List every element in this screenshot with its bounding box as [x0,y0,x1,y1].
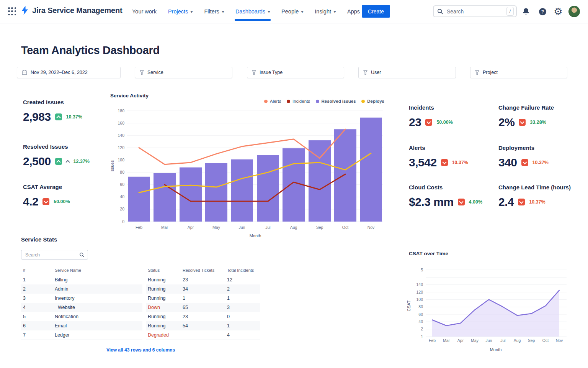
nav-item-projects[interactable]: Projects▾ [168,8,193,15]
cell-total: 2 [227,284,230,294]
service-stats-title: Service Stats [21,236,57,243]
filter-user[interactable]: User [358,67,456,78]
trend-down-badge-icon [458,199,465,205]
table-row-website[interactable]: 4Website [21,303,142,312]
table-header-row: StatusResolved TicketsTotal Incidents [146,267,260,275]
table-row-billing[interactable]: 1Billing [21,275,142,284]
filter-project[interactable]: Project [470,67,567,78]
bar-may[interactable] [205,163,227,222]
y-tick-label: 120 [118,145,124,150]
table-row-ledger[interactable]: Degraded4 [146,330,260,340]
table-search[interactable] [21,250,88,260]
table-row-notification[interactable]: Running230 [146,312,260,321]
nav-item-your-work[interactable]: Your work [132,8,157,15]
column-header-service-name[interactable]: Service Name [55,268,81,273]
help-icon[interactable]: ? [538,7,547,16]
table-row-website[interactable]: Down653 [146,303,260,312]
user-avatar[interactable] [568,6,580,17]
jira-logo[interactable]: Jira Service Management [21,6,122,15]
column-header-total-incidents[interactable]: Total Incidents [227,268,254,273]
x-tick-label: May [212,225,220,230]
trend-down-badge-icon [519,119,526,126]
page-title: Team Analytics Dashboard [21,44,160,57]
view-all-link[interactable]: View all 43 rows and 6 columns [21,347,260,353]
search-icon [437,8,443,15]
global-search[interactable]: / [433,5,517,17]
cell-total: 1 [227,321,230,330]
table-search-input[interactable] [24,252,77,258]
bar-jun[interactable] [231,159,253,222]
nav-item-dashboards[interactable]: Dashboards▾ [235,8,270,15]
cell-status: Running [148,294,166,303]
cell-total: 0 [227,312,230,321]
kpi-created-issues: Created Issues2,98310.37% [23,99,82,123]
table-row-admin[interactable]: 2Admin [21,284,142,294]
bar-feb[interactable] [128,177,150,222]
nav-item-insight[interactable]: Insight▾ [315,8,336,15]
cell-num: 1 [23,275,26,284]
x-tick-label: Oct [542,338,549,343]
column-header-resolved-tickets[interactable]: Resolved Tickets [183,268,214,273]
trend-down-badge-icon [441,159,448,166]
kpi-value: 3,542 [409,156,437,169]
kpi-percent: 12.37% [74,159,90,164]
table-row-inventory[interactable]: 3Inventory [21,294,142,303]
cell-total: 3 [227,303,230,312]
kpi-label: Cloud Costs [409,184,482,191]
bar-oct[interactable] [334,129,356,222]
notifications-bell-icon[interactable] [521,7,531,16]
x-tick-label: Aug [290,225,297,230]
cell-num: 6 [23,321,26,330]
bar-apr[interactable] [180,168,202,222]
kpi-label: Deployments [498,145,549,151]
kpi-value: 4.2 [23,195,38,208]
filter-issue-type[interactable]: Issue Type [247,67,344,78]
settings-gear-icon[interactable]: ⚙ [554,7,563,16]
kpi-csat-average: CSAT Average4.250.00% [23,184,70,208]
chevron-down-icon: ▾ [222,10,224,14]
table-row-inventory[interactable]: Running11 [146,294,260,303]
nav-item-filters[interactable]: Filters▾ [204,8,224,15]
table-row-ledger[interactable]: 7Ledger [21,330,142,340]
table-row-admin[interactable]: Running342 [146,284,260,294]
kpi-percent: 10.37% [532,160,549,165]
table-header-row: #Service Name [21,267,142,275]
cell-resolved: 1 [183,294,185,303]
column-header-status[interactable]: Status [148,268,160,273]
kpi-percent: 4.00% [469,199,482,205]
filter-label: Issue Type [260,70,283,75]
x-tick-label: Nov [556,338,563,343]
cell-status: Running [148,284,166,294]
table-row-notification[interactable]: 5Notification [21,312,142,321]
y-tick-label: 60 [418,312,423,317]
y-axis-title: Issues [110,160,114,172]
table-row-email[interactable]: Running541 [146,321,260,330]
search-input[interactable] [446,8,504,15]
app-name: Jira Service Management [32,6,122,15]
table-row-email[interactable]: 6Email [21,321,142,330]
y-tick-label: 100 [118,158,124,162]
cell-resolved: 34 [183,284,188,294]
x-tick-label: Aug [514,338,521,343]
y-tick-label: 40 [418,319,423,324]
cell-total: 1 [227,294,230,303]
kpi-change-lead-time-hours: Change Lead Time (hours)2.410.37% [498,184,571,209]
bar-jul[interactable] [257,155,279,222]
y-tick-label: 40 [120,194,124,199]
kpi-percent: 10.37% [452,160,468,165]
kpi-value: 2.4 [498,196,514,209]
cell-status: Down [148,303,160,312]
calendar-icon [22,70,27,75]
bar-mar[interactable] [154,173,176,222]
filter-nov-29-2022-dec-6-2022[interactable]: Nov 29, 2022–Dec 6, 2022 [17,67,121,78]
cell-name: Notification [55,312,78,321]
x-tick-label: Jul [265,225,270,230]
filter-service[interactable]: Service [135,67,232,78]
nav-item-people[interactable]: People▾ [281,8,303,15]
create-button[interactable]: Create [362,5,390,18]
column-header-[interactable]: # [23,268,25,273]
bar-nov[interactable] [360,118,382,222]
table-row-billing[interactable]: Running2312 [146,275,260,284]
app-switcher-icon[interactable] [8,7,16,16]
table-pane-1: #Service Name1Billing2Admin3Inventory4We… [21,267,142,340]
